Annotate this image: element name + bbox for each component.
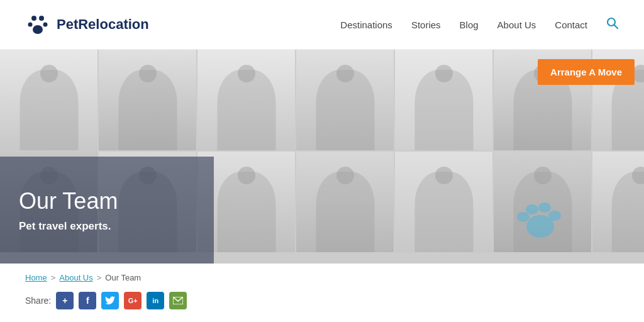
share-label: Share: xyxy=(25,296,51,306)
breadcrumb-sep-2: > xyxy=(97,273,102,282)
svg-point-8 xyxy=(517,212,530,222)
nav-destinations[interactable]: Destinations xyxy=(340,19,392,30)
svg-point-3 xyxy=(43,23,48,27)
share-email-button[interactable] xyxy=(169,292,187,309)
team-photo-1 xyxy=(0,50,97,150)
logo-text: PetRelocation xyxy=(57,16,149,33)
svg-point-4 xyxy=(33,25,43,34)
nav-about-us[interactable]: About Us xyxy=(497,19,536,30)
breadcrumb-sep-1: > xyxy=(51,273,56,282)
nav-blog[interactable]: Blog xyxy=(460,19,479,30)
team-photo-12 xyxy=(395,152,492,252)
hero-subtitle: Pet travel experts. xyxy=(19,220,195,233)
share-addthis-button[interactable]: + xyxy=(56,292,74,309)
logo[interactable]: PetRelocation xyxy=(25,12,149,37)
nav-contact[interactable]: Contact xyxy=(555,19,587,30)
hero-section: Our Team Pet travel experts. Arrange A M… xyxy=(0,50,644,264)
logo-icon xyxy=(25,12,50,37)
breadcrumb-home[interactable]: Home xyxy=(25,273,47,282)
share-googleplus-button[interactable]: G+ xyxy=(124,292,142,309)
team-photo-11 xyxy=(296,152,394,252)
share-row: Share: + f G+ in xyxy=(0,289,644,313)
site-header: PetRelocation Destinations Stories Blog … xyxy=(0,0,644,50)
svg-point-9 xyxy=(526,204,538,214)
twitter-icon xyxy=(105,296,115,305)
search-button[interactable] xyxy=(606,17,619,33)
main-nav: Destinations Stories Blog About Us Conta… xyxy=(340,17,619,33)
hero-title: Our Team xyxy=(19,187,195,214)
breadcrumb: Home > About Us > Our Team xyxy=(0,264,644,289)
search-icon xyxy=(606,17,619,30)
breadcrumb-current: Our Team xyxy=(105,273,141,282)
share-facebook-button[interactable]: f xyxy=(79,292,96,309)
share-twitter-button[interactable] xyxy=(101,292,119,309)
svg-point-0 xyxy=(31,16,36,21)
svg-point-2 xyxy=(28,23,33,27)
nav-stories[interactable]: Stories xyxy=(411,19,441,30)
team-photo-5 xyxy=(395,50,492,150)
svg-point-10 xyxy=(538,203,551,213)
team-photo-2 xyxy=(99,50,196,150)
paw-decoration xyxy=(506,186,569,245)
svg-line-6 xyxy=(614,25,618,28)
svg-point-1 xyxy=(39,16,44,21)
breadcrumb-about-us[interactable]: About Us xyxy=(59,273,92,282)
arrange-move-button[interactable]: Arrange A Move xyxy=(538,59,635,85)
team-photo-3 xyxy=(197,50,295,150)
svg-point-11 xyxy=(548,211,561,221)
team-photo-14 xyxy=(592,152,644,252)
email-icon xyxy=(173,297,183,304)
share-linkedin-button[interactable]: in xyxy=(147,292,164,309)
team-photo-4 xyxy=(296,50,394,150)
hero-overlay: Our Team Pet travel experts. xyxy=(0,157,214,264)
